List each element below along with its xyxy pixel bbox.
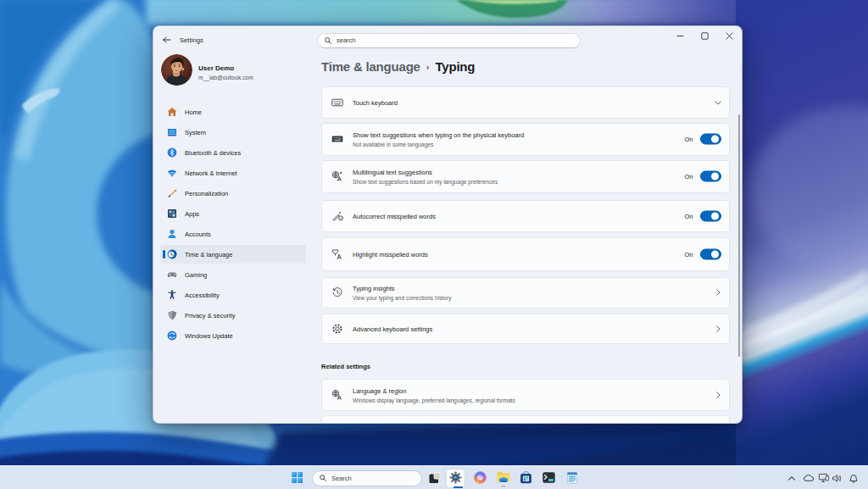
card-subtitle: View your typing and corrections history <box>353 294 451 300</box>
taskbar: Search <box>0 465 868 489</box>
card-title: Advanced keyboard settings <box>353 325 432 332</box>
desktop: Settings search <box>0 0 868 489</box>
user-account-block[interactable]: User Demo m__lab@outlook.com <box>161 53 314 86</box>
microsoft-store-button[interactable] <box>519 470 533 485</box>
card-subtitle: Show text suggestions based on my langua… <box>353 178 498 184</box>
card-title: Touch keyboard <box>353 99 398 107</box>
copilot-icon <box>473 471 487 485</box>
card-text: Advanced keyboard settings <box>353 325 432 332</box>
settings-content: Time & language › Typing Touch keyboard <box>321 26 730 424</box>
sidebar-item-privacy-security[interactable]: Privacy & security <box>160 306 306 325</box>
card-language-region[interactable]: Language & region Windows display langua… <box>321 379 730 411</box>
toggle-highlight-misspelled[interactable] <box>700 248 721 259</box>
back-button[interactable] <box>159 31 175 48</box>
sidebar-item-gaming[interactable]: Gaming <box>160 265 306 284</box>
toggle-show-text-suggestions[interactable] <box>700 134 721 145</box>
sidebar-item-personalization[interactable]: Personalization <box>160 184 306 203</box>
notifications-bell-icon[interactable] <box>849 473 860 484</box>
card-show-text-suggestions: Show text suggestions when typing on the… <box>321 123 730 156</box>
card-touch-keyboard[interactable]: Touch keyboard <box>321 86 730 119</box>
user-email: m__lab@outlook.com <box>198 75 253 81</box>
microsoft-store-icon <box>520 471 533 485</box>
breadcrumb-parent[interactable]: Time & language <box>321 59 420 74</box>
chevron-right-icon <box>715 325 721 332</box>
sidebar-item-time-language[interactable]: Time & language <box>160 245 306 264</box>
toggle-knob <box>711 173 719 181</box>
card-title: Highlight misspelled words <box>353 250 428 258</box>
sidebar-item-label: Time & language <box>185 251 232 258</box>
file-explorer-running-indicator <box>502 486 505 487</box>
card-title: Typing insights <box>353 285 451 292</box>
breadcrumb-separator: › <box>426 61 430 72</box>
sidebar-item-accounts[interactable]: Accounts <box>160 225 306 243</box>
volume-icon[interactable] <box>832 473 843 484</box>
selected-indicator <box>163 250 165 258</box>
sidebar-item-accessibility[interactable]: Accessibility <box>160 286 306 304</box>
toggle-knob <box>711 136 719 143</box>
sidebar-item-system[interactable]: System <box>160 123 306 142</box>
card-title: Autocorrect misspelled words <box>353 212 436 219</box>
taskbar-settings-button[interactable] <box>448 470 463 485</box>
bluetooth-icon <box>167 147 177 158</box>
task-view-button[interactable] <box>428 470 442 485</box>
highlight-misspelled-icon <box>331 248 343 260</box>
sidebar-item-apps[interactable]: Apps <box>160 204 306 223</box>
autocorrect-icon <box>331 210 343 222</box>
chevron-right-icon <box>715 392 721 398</box>
notepad-button[interactable] <box>565 470 579 485</box>
card-advanced-keyboard-settings[interactable]: Advanced keyboard settings <box>321 314 730 344</box>
scrollbar-thumb[interactable] <box>738 114 740 357</box>
sidebar-item-home[interactable]: Home <box>160 103 306 121</box>
onedrive-cloud-icon[interactable] <box>804 473 815 484</box>
sidebar-item-label: Apps <box>185 210 199 218</box>
user-avatar <box>161 54 192 86</box>
chevron-right-glyph <box>716 325 721 332</box>
card-text: Multilingual text suggestions Show text … <box>353 169 498 185</box>
settings-gear-icon <box>449 471 463 485</box>
windows-update-icon <box>167 331 177 341</box>
chevron-up-glyph <box>788 475 796 481</box>
sidebar-item-label: Accessibility <box>185 292 220 299</box>
system-icon <box>167 127 177 137</box>
card-partial-clipped[interactable] <box>321 415 730 424</box>
card-typing-insights[interactable]: Typing insights View your typing and cor… <box>321 277 730 308</box>
sidebar-item-network-internet[interactable]: Network & internet <box>160 164 306 182</box>
toggle-multilingual-suggestions[interactable] <box>700 171 721 182</box>
card-text: Show text suggestions when typing on the… <box>353 131 524 147</box>
toggle-group: On <box>684 248 721 259</box>
card-autocorrect-misspelled: Autocorrect misspelled words On <box>321 200 730 233</box>
card-text: Language & region Windows display langua… <box>353 387 515 403</box>
file-explorer-button[interactable] <box>497 470 511 485</box>
sidebar-item-label: Network & internet <box>185 169 237 177</box>
hidden-icons-chevron[interactable] <box>787 473 798 484</box>
card-subtitle: Not available in some languages <box>353 141 524 147</box>
sidebar-item-windows-update[interactable]: Windows Update <box>160 326 306 345</box>
network-icon[interactable] <box>819 473 830 484</box>
time-language-icon <box>167 249 177 259</box>
expand-chevron-down-icon[interactable] <box>715 99 721 106</box>
toggle-autocorrect[interactable] <box>700 210 721 221</box>
taskbar-search-input[interactable]: Search <box>312 470 422 486</box>
card-highlight-misspelled: Highlight misspelled words On <box>321 237 730 271</box>
sidebar-item-bluetooth-devices[interactable]: Bluetooth & devices <box>160 143 306 162</box>
copilot-button[interactable] <box>473 470 487 485</box>
cloud-glyph <box>804 475 815 482</box>
active-app-indicator <box>453 486 463 488</box>
card-text: Highlight misspelled words <box>353 250 428 258</box>
search-icon <box>320 475 326 481</box>
card-text: Typing insights View your typing and cor… <box>353 285 451 301</box>
bell-glyph <box>849 473 859 483</box>
user-avatar-image <box>161 54 192 86</box>
start-button[interactable] <box>290 470 304 485</box>
toggle-state-label: On <box>684 173 693 181</box>
user-name: User Demo <box>198 64 234 72</box>
language-region-icon <box>331 389 343 401</box>
card-multilingual-text-suggestions: Multilingual text suggestions Show text … <box>321 160 730 193</box>
privacy-shield-icon <box>167 310 177 320</box>
sidebar-item-label: Privacy & security <box>185 312 236 320</box>
card-text: Touch keyboard <box>353 99 398 107</box>
sidebar-item-label: Windows Update <box>185 332 233 340</box>
breadcrumb: Time & language › Typing <box>321 57 475 75</box>
terminal-button[interactable] <box>542 470 556 485</box>
toggle-group: On <box>684 210 721 221</box>
